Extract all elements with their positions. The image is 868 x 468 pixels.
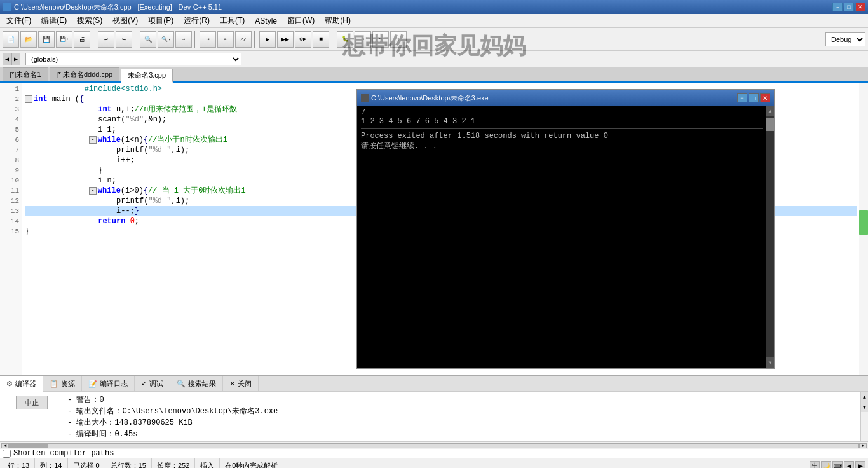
status-icon-1: 中 [810,461,820,469]
bottom-tab-close[interactable]: ✕ 关闭 [223,376,259,392]
code-include: #include<stdio.h> [85,84,162,94]
toolbar-stop[interactable]: ■ [313,31,329,48]
hscroll-right-btn[interactable]: ▶ [859,443,867,448]
bottom-tab-resources[interactable]: 📋 资源 [43,376,82,392]
output-line-3: - 输出大小：148.837890625 KiB [67,417,857,429]
status-bar: 行：13 列：14 已选择 0 总行数：15 长度：252 插入 在0秒内完成解… [0,458,868,468]
toolbar-goto[interactable]: ⇒ [175,31,192,48]
console-maximize[interactable]: □ [749,93,759,102]
toolbar-sep3 [194,31,197,48]
menu-search[interactable]: 搜索(S) [72,14,107,27]
debug-config-select[interactable]: Debug [825,32,865,46]
toolbar-step-over[interactable]: ↷ [372,31,389,48]
scroll-down-btn[interactable]: ▼ [861,402,868,412]
resources-icon: 📋 [50,380,58,388]
menu-file[interactable]: 文件(F) [1,14,36,27]
ln-15: 15 [0,226,19,237]
bottom-tab-compiler[interactable]: ⚙ 编译器 [0,376,43,392]
toolbar-save-all[interactable]: 💾+ [56,31,72,48]
status-right: 中 🌙 ⌨ ◀ ▶ [810,461,865,469]
close-button[interactable]: ✕ [855,3,865,11]
toolbar-find[interactable]: 🔍 [140,31,156,48]
h-scrollbar[interactable]: ◀ ▶ [0,441,868,449]
toolbar-step-out[interactable]: ↑ [390,31,407,48]
compile-log-icon: 📝 [88,380,97,388]
toolbar-sep1 [93,31,95,48]
console-line4: 请按任意键继续. . . _ [361,141,763,151]
console-scroll-thumb[interactable] [766,118,774,131]
compiler-icon: ⚙ [6,380,13,388]
toolbar-redo[interactable]: ↪ [116,31,132,48]
debug-icon: ✓ [141,380,147,388]
console-scrollbar[interactable]: ▲ ▼ [766,106,774,368]
toolbar-run[interactable]: ▶▶ [277,31,294,48]
tab-unnamed1[interactable]: [*]未命名1 [3,67,48,81]
globals-select[interactable]: (globals) [25,53,241,65]
console-title-text: C:\Users\lenovo\Desktop\未命名3.exe [371,93,489,103]
ln-4: 4 [0,114,19,125]
toolbar-new[interactable]: 📄 [3,31,19,48]
status-icon-2: 🌙 [821,461,831,469]
menu-view[interactable]: 视图(V) [107,14,143,27]
toolbar-undo[interactable]: ↩ [98,31,114,48]
status-total: 总行数：15 [105,458,152,468]
hscroll-thumb[interactable] [10,444,48,448]
menu-project[interactable]: 项目(P) [143,14,179,27]
app-icon [3,3,11,11]
shorten-paths-label[interactable]: Shorten compiler paths [13,449,114,458]
toolbar-toggle-comment[interactable]: // [235,31,252,48]
status-icon-5: ▶ [855,461,865,469]
menu-run[interactable]: 运行(R) [179,14,215,27]
tab-unnamed-dddd[interactable]: [*]未命名dddd.cpp [50,67,120,81]
bottom-content: 中止 - 警告：0 - 输出文件名：C:\Users\lenovo\Deskto… [0,392,868,441]
ln-8: 8 [0,155,19,165]
toolbar-sep5 [332,31,334,48]
bottom-tab-search[interactable]: 🔍 搜索结果 [170,376,223,392]
scroll-up-btn[interactable]: ▲ [861,392,868,402]
console-minimize[interactable]: － [737,93,747,102]
toolbar-unindent[interactable]: ⇤ [217,31,234,48]
ln-12: 12 [0,196,19,206]
console-scroll-body: 7 1 2 3 4 5 6 7 6 5 4 3 2 1 Process exit… [357,106,774,368]
bottom-tab-compile-log[interactable]: 📝 编译日志 [82,376,135,392]
bottom-tab-debug[interactable]: ✓ 调试 [135,376,170,392]
menu-astyle[interactable]: AStyle [250,14,282,27]
tab-nav-left[interactable]: ◀ [3,53,11,65]
toolbar-save[interactable]: 💾 [38,31,55,48]
console-line3: Process exited after 1.518 seconds with … [361,132,763,141]
ln-2: 2 [0,94,19,104]
editor-scrollbar[interactable] [859,83,868,375]
menu-window[interactable]: 窗口(W) [282,14,320,27]
toolbar-debug[interactable]: 🐛 [337,31,353,48]
toolbar-step[interactable]: → [355,31,371,48]
tabs-bar: [*]未命名1 [*]未命名dddd.cpp 未命名3.cpp [0,67,868,83]
toolbar-compile[interactable]: ▶ [259,31,276,48]
maximize-button[interactable]: □ [844,3,854,11]
minimize-button[interactable]: － [832,3,843,11]
hscroll-track[interactable] [9,443,859,448]
menu-help[interactable]: 帮助(H) [320,14,356,27]
toolbar-print[interactable]: 🖨 [74,31,90,48]
toolbar-indent[interactable]: ⇥ [200,31,216,48]
tab-nav-right[interactable]: ▶ [11,53,20,65]
toolbar-open[interactable]: 📂 [20,31,37,48]
output-line-4: - 编译时间：0.45s [67,429,857,440]
console-scroll-down[interactable]: ▼ [766,357,774,368]
bottom-scrollbar[interactable]: ▲ ▼ [860,392,868,441]
window-title: C:\Users\lenovo\Desktop\未命名3.cpp - [Exec… [14,3,222,12]
status-len: 长度：252 [152,458,195,468]
stop-button[interactable]: 中止 [16,396,48,410]
title-bar: C:\Users\lenovo\Desktop\未命名3.cpp - [Exec… [0,0,868,14]
menu-tools[interactable]: 工具(T) [215,14,250,27]
toolbar-replace[interactable]: 🔍R [158,31,174,48]
console-close[interactable]: ✕ [760,93,770,102]
console-body: 7 1 2 3 4 5 6 7 6 5 4 3 2 1 Process exit… [357,106,766,368]
toolbar-compile-run[interactable]: ⚙▶ [295,31,311,48]
console-title-left: C:\Users\lenovo\Desktop\未命名3.exe [361,93,489,103]
menu-edit[interactable]: 编辑(E) [36,14,72,27]
console-scroll-up[interactable]: ▲ [766,106,774,116]
tab-unnamed3[interactable]: 未命名3.cpp [121,69,173,83]
hscroll-left-btn[interactable]: ◀ [1,443,9,448]
shorten-paths-checkbox[interactable] [3,450,11,458]
ln-13: 13 [0,206,19,216]
